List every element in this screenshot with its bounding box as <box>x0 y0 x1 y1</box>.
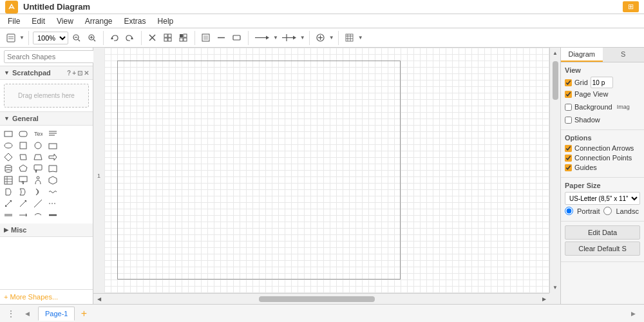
landscape-radio[interactable] <box>603 207 612 215</box>
shape-person[interactable] <box>32 175 44 186</box>
clear-default-btn[interactable]: Clear Default S <box>565 242 640 256</box>
format2-btn[interactable] <box>176 31 191 45</box>
shape-circle[interactable] <box>32 140 44 151</box>
undo-btn[interactable] <box>108 31 122 45</box>
line-style-btn[interactable] <box>214 31 229 45</box>
page-format-btn[interactable] <box>4 31 18 45</box>
scratchpad-add-icon[interactable]: + <box>72 70 76 77</box>
shape-bold-arrow[interactable] <box>47 209 59 221</box>
paper-size-select[interactable]: US-Letter (8,5" x 11") <box>565 192 640 205</box>
shape-double-line[interactable] <box>3 209 14 221</box>
shape-text[interactable]: Text <box>32 128 44 140</box>
horizontal-scrollbar[interactable]: ◀ ▶ <box>93 293 549 304</box>
shape-trapezoid[interactable] <box>32 151 44 163</box>
zoom-in-btn[interactable] <box>85 31 99 45</box>
connection-points-checkbox[interactable] <box>565 155 572 162</box>
scratchpad-help-icon[interactable]: ? <box>67 70 71 77</box>
zoom-select[interactable]: 100%75%150% <box>33 32 68 44</box>
shapes-scroll-area[interactable]: ▼ Scratchpad ? + ⊡ ✕ Drag elements here <box>0 66 93 289</box>
guides-checkbox[interactable] <box>565 164 572 171</box>
shape-hexagon[interactable] <box>47 175 59 186</box>
shape-curved[interactable] <box>32 209 44 221</box>
page-tab-1[interactable]: Page-1 <box>38 307 75 321</box>
shape-parallelogram[interactable] <box>17 151 29 163</box>
portrait-radio[interactable] <box>565 207 573 215</box>
scratchpad-edit-icon[interactable]: ⊡ <box>77 70 82 77</box>
general-section-header[interactable]: ▼ General <box>0 112 93 126</box>
v-scroll-thumb[interactable] <box>553 61 558 100</box>
shape-table[interactable] <box>3 175 14 186</box>
scroll-right-btn[interactable]: ▶ <box>538 294 549 305</box>
shape-crescent[interactable] <box>32 186 44 198</box>
connection-arrows-checkbox[interactable] <box>565 145 572 152</box>
tab-diagram[interactable]: Diagram <box>561 48 603 62</box>
shape-rect[interactable] <box>3 128 14 140</box>
redo-btn[interactable] <box>123 31 137 45</box>
scroll-down-btn[interactable]: ▼ <box>550 282 561 293</box>
add-page-btn[interactable]: + <box>77 307 90 320</box>
menu-arrange[interactable]: Arrange <box>80 15 118 27</box>
grid-value-input[interactable] <box>591 77 613 88</box>
insert-btn[interactable] <box>314 31 328 45</box>
shape-cylinder[interactable] <box>3 163 14 175</box>
misc-section-header[interactable]: ▶ Misc <box>0 223 93 237</box>
format-btn[interactable] <box>161 31 175 45</box>
vertical-scrollbar[interactable]: ▲ ▼ <box>549 48 560 293</box>
menu-view[interactable]: View <box>52 15 79 27</box>
tab-style[interactable]: S <box>603 48 645 62</box>
h-scroll-thumb[interactable] <box>259 296 375 302</box>
shape-lines[interactable] <box>47 128 59 140</box>
zoom-out-btn[interactable] <box>70 31 84 45</box>
edit-data-btn[interactable]: Edit Data <box>565 225 640 240</box>
shape-diamond[interactable] <box>3 151 14 163</box>
v-scroll-track[interactable] <box>550 59 561 282</box>
search-shapes-input[interactable] <box>4 50 99 63</box>
grid-toggle-btn[interactable] <box>343 31 357 45</box>
fill-color-btn[interactable] <box>199 31 213 45</box>
menu-extras[interactable]: Extras <box>119 15 151 27</box>
shape-dshape2[interactable] <box>17 186 29 198</box>
scroll-left-btn[interactable]: ◀ <box>93 294 104 305</box>
background-image-btn[interactable]: Imag <box>615 100 632 114</box>
shape-arrow-line[interactable] <box>17 209 29 221</box>
shape-arrow-diag1[interactable] <box>3 198 14 209</box>
menu-edit[interactable]: Edit <box>26 15 50 27</box>
shape-dotted-line[interactable] <box>47 198 59 209</box>
drag-drop-zone[interactable]: Drag elements here <box>4 84 89 108</box>
shape-dshape[interactable] <box>3 186 14 198</box>
shape-callout[interactable] <box>32 163 44 175</box>
scroll-up-btn[interactable]: ▲ <box>550 48 561 59</box>
h-scroll-track[interactable] <box>104 294 538 305</box>
shape-arrow-right[interactable] <box>47 151 59 163</box>
shape-wave[interactable] <box>47 186 59 198</box>
background-checkbox[interactable] <box>565 104 572 111</box>
shape-rect2[interactable] <box>47 140 59 151</box>
shape-rounded-rect[interactable] <box>17 128 29 140</box>
connection-btn[interactable] <box>279 31 299 45</box>
shape-line[interactable] <box>32 198 44 209</box>
shadow-checkbox[interactable] <box>565 117 572 124</box>
shape-ellipse[interactable] <box>3 140 14 151</box>
menu-help[interactable]: Help <box>153 15 179 27</box>
canvas[interactable] <box>104 48 549 293</box>
scratchpad-section-header[interactable]: ▼ Scratchpad ? + ⊡ ✕ <box>0 66 93 80</box>
page-view-checkbox[interactable] <box>565 91 572 98</box>
arrow-style-btn[interactable] <box>252 31 272 45</box>
page-scroll-right[interactable]: ▶ <box>628 308 639 319</box>
grid-checkbox[interactable] <box>565 79 572 86</box>
shape-callout2[interactable] <box>17 175 29 186</box>
page-scroll-left[interactable]: ◀ <box>22 308 33 319</box>
toolbar-grid-group: ▼ <box>343 31 367 45</box>
shape-pentagon[interactable] <box>17 163 29 175</box>
pages-more-btn[interactable]: ⋮ <box>5 307 17 320</box>
shape-document[interactable] <box>47 163 59 175</box>
menu-file[interactable]: File <box>3 15 25 27</box>
scratchpad-close-icon[interactable]: ✕ <box>84 70 89 77</box>
delete-btn[interactable] <box>146 31 160 45</box>
user-button[interactable]: ⊞ <box>623 1 639 12</box>
canvas-wrapper[interactable]: 1 ▲ ▼ ◀ ▶ <box>93 48 560 304</box>
shape-btn[interactable] <box>230 31 244 45</box>
more-shapes-link[interactable]: + More Shapes... <box>4 293 58 301</box>
shape-arrow-diag2[interactable] <box>17 198 29 209</box>
shape-square[interactable] <box>17 140 29 151</box>
